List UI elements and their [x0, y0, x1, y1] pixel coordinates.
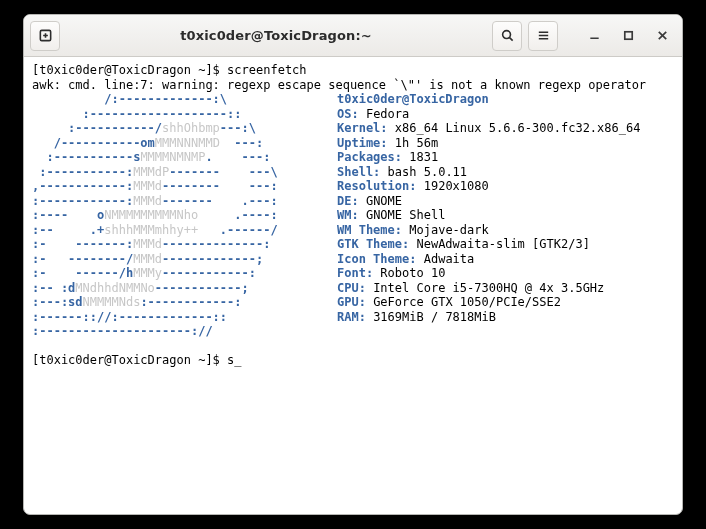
new-tab-button[interactable]	[30, 21, 60, 51]
logo-dim: MMMMNMNMP	[140, 150, 205, 164]
info-col: Kernel: x86_64 Linux 5.6.6-300.fc32.x86_…	[337, 121, 640, 136]
fetch-row: :- ------/hMMMy------------:Font: Roboto…	[32, 266, 674, 281]
fetch-row: :---------------------://	[32, 324, 674, 339]
search-icon	[500, 28, 515, 43]
info-col: Shell: bash 5.0.11	[337, 165, 467, 180]
logo-seg: --------------:	[162, 237, 270, 251]
fetch-row: :------:://:-------------::RAM: 3169MiB …	[32, 310, 674, 325]
prompt: [t0xic0der@ToxicDragon ~]$	[32, 353, 227, 367]
logo-col: :-------------------::	[32, 107, 337, 122]
logo-dim: MMMd	[133, 179, 162, 193]
logo-col: :------:://:-------------::	[32, 310, 337, 325]
logo-seg: ,------------:	[32, 179, 133, 193]
logo-col: :- ------/hMMMy------------:	[32, 266, 337, 281]
titlebar: t0xic0der@ToxicDragon:~	[24, 15, 682, 57]
terminal-window: t0xic0der@ToxicDragon:~ [t0xic0der@Toxic…	[23, 14, 683, 515]
info-value: Adwaita	[416, 252, 474, 266]
info-value: Roboto 10	[373, 266, 445, 280]
terminal-body[interactable]: [t0xic0der@ToxicDragon ~]$ screenfetchaw…	[24, 57, 682, 514]
logo-col: :---:sdNMMMMNds:------------:	[32, 295, 337, 310]
info-col: DE: GNOME	[337, 194, 409, 209]
info-label: Shell:	[337, 165, 380, 179]
logo-col: /-----------omMMMNNNMMD ---:	[32, 136, 337, 151]
warning-line: awk: cmd. line:7: warning: regexp escape…	[32, 78, 674, 93]
info-value: bash 5.0.11	[380, 165, 467, 179]
fetch-row: :-----------sMMMMNMNMP. ---:Packages: 18…	[32, 150, 674, 165]
logo-seg: /:-------------:\	[32, 92, 227, 106]
logo-seg: :-----------:	[32, 165, 133, 179]
logo-seg: :---------------------://	[32, 324, 213, 338]
close-icon	[656, 29, 669, 42]
prompt: [t0xic0der@ToxicDragon ~]$	[32, 63, 227, 77]
info-col: Font: Roboto 10	[337, 266, 445, 281]
info-col: OS: Fedora	[337, 107, 416, 122]
close-button[interactable]	[648, 22, 676, 50]
fetch-row: :---:sdNMMMMNds:------------:GPU: GeForc…	[32, 295, 674, 310]
logo-col: :-- .+shhhMMMmhhy++ .------/	[32, 223, 337, 238]
logo-seg: :-------------------::	[32, 107, 242, 121]
info-label: WM Theme:	[337, 223, 402, 237]
info-value: 1h 56m	[388, 136, 439, 150]
logo-seg: ------- ---\	[169, 165, 277, 179]
menu-button[interactable]	[528, 21, 558, 51]
logo-dim: MMMd	[133, 237, 162, 251]
logo-seg: ------------:	[162, 266, 256, 280]
maximize-button[interactable]	[614, 22, 642, 50]
info-col: WM: GNOME Shell	[337, 208, 445, 223]
search-button[interactable]	[492, 21, 522, 51]
info-value: Mojave-dark	[402, 223, 489, 237]
info-col: WM Theme: Mojave-dark	[337, 223, 489, 238]
logo-seg: ---:	[220, 136, 263, 150]
info-value: GNOME	[359, 194, 410, 208]
logo-col: :---- oNMMMMMMMMMNho .----:	[32, 208, 337, 223]
info-value: GeForce GTX 1050/PCIe/SSE2	[366, 295, 561, 309]
info-label: CPU:	[337, 281, 366, 295]
info-label: Icon Theme:	[337, 252, 416, 266]
info-value: 1920x1080	[416, 179, 488, 193]
logo-dim: MNdhhdNMMNo	[75, 281, 154, 295]
info-col: GPU: GeForce GTX 1050/PCIe/SSE2	[337, 295, 561, 310]
logo-seg: ------- .---:	[162, 194, 278, 208]
info-label: WM:	[337, 208, 359, 222]
logo-dim: shhOhbmp	[162, 121, 220, 135]
logo-seg: :-----------/	[32, 121, 162, 135]
info-label: RAM:	[337, 310, 366, 324]
logo-seg: :------------:	[32, 194, 133, 208]
info-label: GPU:	[337, 295, 366, 309]
info-col: t0xic0der@ToxicDragon	[337, 92, 489, 107]
logo-col: :------------:MMMd------- .---:	[32, 194, 337, 209]
logo-seg: :------:://:-------------::	[32, 310, 227, 324]
logo-col: /:-------------:\	[32, 92, 337, 107]
logo-seg: ------------;	[155, 281, 249, 295]
info-col: Uptime: 1h 56m	[337, 136, 438, 151]
minimize-button[interactable]	[580, 22, 608, 50]
logo-seg: ---:\	[220, 121, 256, 135]
logo-seg: :-- .+	[32, 223, 104, 237]
logo-col: :- -------:MMMd--------------:	[32, 237, 337, 252]
logo-seg: :- -------:	[32, 237, 133, 251]
fetch-row: :- --------/MMMd-------------;Icon Theme…	[32, 252, 674, 267]
info-label: DE:	[337, 194, 359, 208]
svg-rect-9	[624, 32, 631, 39]
info-value: Intel Core i5-7300HQ @ 4x 3.5GHz	[366, 281, 604, 295]
logo-dim: NMMMMNds	[83, 295, 141, 309]
hamburger-icon	[536, 28, 551, 43]
logo-seg: -------------;	[162, 252, 263, 266]
info-label: Font:	[337, 266, 373, 280]
info-label: OS:	[337, 107, 359, 121]
logo-col: :- --------/MMMd-------------;	[32, 252, 337, 267]
fetch-row: /-----------omMMMNNNMMD ---:Uptime: 1h 5…	[32, 136, 674, 151]
logo-dim: shhhMMMmhhy++	[104, 223, 198, 237]
info-label: Packages:	[337, 150, 402, 164]
prompt-line-current[interactable]: [t0xic0der@ToxicDragon ~]$ s_	[32, 353, 674, 368]
logo-seg: .----:	[198, 208, 277, 222]
logo-dim: NMMMMMMMMMNho	[104, 208, 198, 222]
info-label: Kernel:	[337, 121, 388, 135]
logo-dim: MMMd	[133, 252, 162, 266]
logo-col: :-----------sMMMMNMNMP. ---:	[32, 150, 337, 165]
logo-dim: MMMNNNMMD	[155, 136, 220, 150]
logo-seg: :------------:	[140, 295, 241, 309]
logo-seg: /-----------om	[32, 136, 155, 150]
minimize-icon	[588, 29, 601, 42]
fetch-row: ,------------:MMMd-------- ---:Resolutio…	[32, 179, 674, 194]
